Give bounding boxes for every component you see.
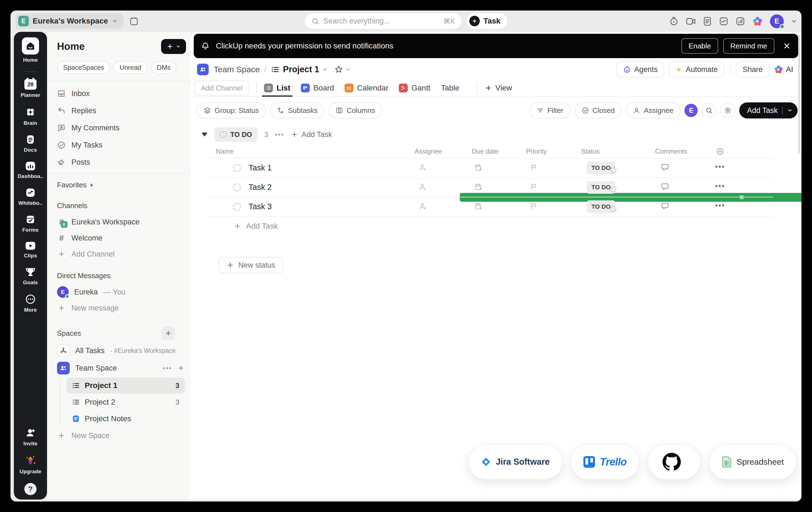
tab-gantt[interactable]: Gantt [399,79,430,96]
view-settings-button[interactable] [720,103,735,118]
assignee-filter-avatar[interactable]: E [685,104,698,117]
columns-button[interactable]: Columns [328,103,382,118]
rail-item-more[interactable]: More [24,294,37,313]
column-header-comments[interactable]: Comments [655,147,687,155]
search-input[interactable]: Search everything... ⌘K [305,13,462,29]
column-header-name[interactable]: Name [216,147,234,155]
sidebar-item-my-comments[interactable]: My Comments [47,119,191,137]
filter-pill-dms[interactable]: DMs [151,61,177,74]
breadcrumb-current[interactable]: Project 1 [283,64,319,75]
calendar-icon[interactable] [129,16,139,26]
filter-button[interactable]: Filter [529,103,571,118]
column-header-priority[interactable]: Priority [526,147,547,155]
task-name[interactable]: Task 3 [249,202,272,211]
add-due-date-icon[interactable] [474,163,483,172]
tab-calendar[interactable]: 31 Calendar [345,79,388,96]
sidebar-item-project-1[interactable]: Project 1 3 [66,377,185,394]
task-status-icon[interactable] [233,183,241,191]
collapse-caret-icon[interactable] [201,133,208,137]
rail-item-goals[interactable]: Goals [23,267,38,286]
rail-item-docs[interactable]: Docs [24,135,37,153]
trello-button[interactable]: Trello [571,444,639,480]
ellipsis-icon[interactable]: ••• [163,364,172,372]
favorites-section[interactable]: Favorites [47,174,191,193]
task-status-icon[interactable] [233,203,241,210]
help-icon[interactable]: ? [24,483,36,495]
add-assignee-icon[interactable] [418,163,427,172]
tab-list[interactable]: List [264,79,290,96]
enable-button[interactable]: Enable [682,38,718,54]
group-by-button[interactable]: Group: Status [197,103,266,118]
ai-button[interactable]: AI [774,65,793,74]
close-icon[interactable] [783,42,791,50]
status-pill[interactable]: TO DO [587,200,615,213]
add-assignee-icon[interactable] [418,183,427,191]
add-view-button[interactable]: View [485,84,512,92]
closed-button[interactable]: Closed [575,103,622,118]
automate-button[interactable]: Automate [669,61,725,78]
add-channel-button[interactable]: Add Channel [47,246,191,262]
table-row[interactable]: Task 3 TO DO ••• [209,197,773,217]
add-column-button[interactable] [716,147,724,155]
plus-icon[interactable] [178,365,184,371]
rail-item-home[interactable]: Home [22,37,39,63]
new-status-button[interactable]: New status [219,257,283,273]
status-pill[interactable]: TO DO [587,181,615,194]
rail-item-forms[interactable]: Forms [22,215,38,233]
timer-icon[interactable] [669,17,678,26]
github-button[interactable] [647,444,700,480]
status-pill[interactable]: TO DO [587,162,615,174]
user-avatar[interactable]: E [770,15,784,28]
breadcrumb-space[interactable]: Team Space [214,65,260,74]
rail-item-brain[interactable]: Brain [24,107,37,126]
comment-icon[interactable] [661,202,669,210]
channel-item-welcome[interactable]: # Welcome [47,230,191,246]
channel-item-workspace[interactable]: #E Eureka's Workspace [47,214,191,230]
priority-flag-icon[interactable] [530,163,538,172]
share-button[interactable]: Share [736,61,769,78]
table-row[interactable]: Task 1 TO DO ••• [209,159,773,178]
assignee-button[interactable]: Assignee [626,103,680,118]
sidebar-item-inbox[interactable]: Inbox [47,85,191,102]
workspace-switcher[interactable]: E Eureka's Workspace [16,13,122,29]
comment-icon[interactable] [661,182,669,191]
subtasks-button[interactable]: Subtasks [270,103,325,118]
rail-item-whiteboards[interactable]: Whitebo.. [18,188,42,206]
add-due-date-icon[interactable] [474,183,483,191]
add-task-button[interactable]: Add Task [739,103,798,118]
remind-me-button[interactable]: Remind me [723,38,774,54]
inline-add-task-button[interactable]: Add Task [209,217,773,235]
rail-item-upgrade[interactable]: Upgrade [20,455,41,475]
spreadsheet-button[interactable]: Spreadsheet [709,444,796,480]
priority-flag-icon[interactable] [530,183,538,191]
sidebar-item-project-notes[interactable]: Project Notes [66,411,185,427]
add-space-button[interactable] [162,326,175,340]
tab-table[interactable]: Table [441,79,459,96]
group-menu-icon[interactable]: ••• [275,131,284,138]
comment-icon[interactable] [661,163,669,171]
new-space-button[interactable]: New Space [47,427,191,444]
tab-board[interactable]: Board [301,79,334,96]
rail-item-dashboards[interactable]: Dashboa.. [18,161,44,179]
rail-item-planner[interactable]: 28 Planner [21,79,40,98]
sidebar-item-posts[interactable]: Posts [47,153,191,171]
scrollbar-thumb[interactable] [798,35,801,153]
team-space-item[interactable]: Team Space ••• [47,359,191,377]
task-name[interactable]: Task 1 [249,163,272,172]
column-header-due-date[interactable]: Due date [472,147,498,155]
search-tasks-button[interactable] [702,103,717,118]
dashboard-icon[interactable] [735,17,745,26]
table-row[interactable]: Task 2 TO DO ••• [209,178,773,197]
ai-flower-icon[interactable] [752,16,763,27]
chevron-down-icon[interactable] [791,18,797,24]
group-add-task-button[interactable]: Add Task [291,130,332,139]
sidebar-item-replies[interactable]: Replies [47,102,191,119]
all-tasks-item[interactable]: All Tasks - #Eureka's Workspace [47,342,191,359]
jira-software-button[interactable]: Jira Software [468,444,562,480]
rail-item-clips[interactable]: Clips [24,241,37,259]
row-menu-icon[interactable]: ••• [715,163,725,171]
priority-flag-icon[interactable] [530,202,538,210]
new-task-button[interactable]: Task [467,13,507,29]
row-menu-icon[interactable]: ••• [715,182,725,191]
rail-item-invite[interactable]: Invite [24,428,38,447]
